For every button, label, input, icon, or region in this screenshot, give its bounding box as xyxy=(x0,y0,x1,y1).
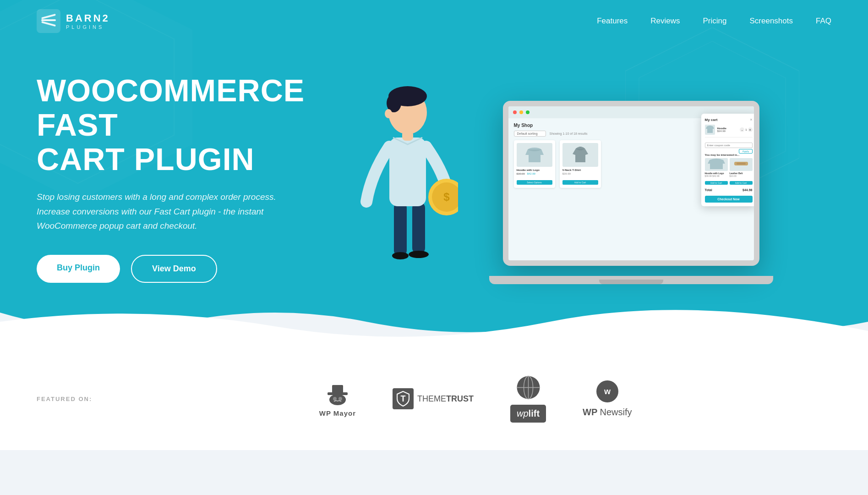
wpnewsify-name: WP Newsify xyxy=(583,407,632,418)
nav-screenshots[interactable]: Screenshots xyxy=(749,16,793,26)
logo[interactable]: BARN2 PLUGINS xyxy=(37,9,110,33)
svg-text:$: $ xyxy=(443,191,450,203)
suggested-img-1 xyxy=(705,158,728,171)
suggested-item-1: Hoodie with Logo $39.99 $42.99 Add to Ca… xyxy=(705,158,728,186)
sort-filter: Default sorting xyxy=(514,131,546,137)
wp-mayor-icon xyxy=(324,380,351,406)
dot-green xyxy=(526,110,530,114)
cart-item-price: $34.99 xyxy=(717,130,738,132)
wpnewsify-circle-icon: w xyxy=(596,380,618,402)
suggested-price-2: $10.00 xyxy=(730,175,753,177)
coupon-area: Apply xyxy=(705,140,753,149)
product-card-1: Hoodie with Logo $39.99 $42.99 Select Op… xyxy=(514,140,555,188)
suggested-items: Hoodie with Logo $39.99 $42.99 Add to Ca… xyxy=(705,158,753,186)
cart-item: Hoodie $34.99 - 1 + xyxy=(705,125,753,138)
cart-popup: My cart × xyxy=(701,114,756,206)
svg-point-25 xyxy=(329,394,346,405)
cart-popup-header: My cart × xyxy=(705,117,753,122)
product-name-2: V-Neck T-Shirt xyxy=(562,169,598,171)
price-2: $39.99 xyxy=(562,172,571,175)
featured-logos: WP Mayor T THEMETRUST xyxy=(120,375,831,423)
hero-buttons: Buy Plugin View Demo xyxy=(37,255,321,283)
svg-point-10 xyxy=(392,252,409,259)
qty-decrease[interactable]: - xyxy=(740,127,744,132)
svg-text:w: w xyxy=(604,387,611,396)
cart-item-info: Hoodie $34.99 xyxy=(717,127,738,132)
product-select-btn-1[interactable]: Select Options xyxy=(517,180,552,185)
wplift-badge: wplift xyxy=(510,405,546,423)
svg-rect-8 xyxy=(394,202,407,257)
laptop-screen: My Shop Default sorting Showing 1-10 of … xyxy=(503,101,759,266)
person-illustration: $ xyxy=(357,46,458,284)
product-img-1 xyxy=(517,143,552,167)
suggested-item-2: Leather Belt $10.00 Add to Cart xyxy=(730,158,753,186)
svg-point-26 xyxy=(333,397,337,401)
you-may-like-label: You may be interested in... xyxy=(705,154,753,156)
wplift-globe-icon xyxy=(516,375,541,400)
qty-increase[interactable]: + xyxy=(748,127,753,132)
laptop-base xyxy=(489,276,773,284)
product-price-2: $39.99 xyxy=(562,172,598,175)
featured-label: FEATURED ON: xyxy=(37,396,92,402)
suggested-add-btn-1[interactable]: Add to Cart xyxy=(705,181,728,185)
main-nav: Features Reviews Pricing Screenshots FAQ xyxy=(597,16,831,26)
buy-plugin-button[interactable]: Buy Plugin xyxy=(37,255,120,283)
theme-text: THEME xyxy=(417,394,446,403)
cart-total-label: Total xyxy=(705,188,712,192)
product-add-btn-2[interactable]: Add to Cart xyxy=(562,180,598,185)
cart-item-quantity: - 1 + xyxy=(740,127,752,132)
price-sale: $42.99 xyxy=(527,172,535,175)
logo-text: BARN2 PLUGINS xyxy=(66,12,110,30)
wp-mayor-logo: WP Mayor xyxy=(319,380,356,417)
coupon-apply-btn[interactable]: Apply xyxy=(739,149,752,154)
svg-point-27 xyxy=(338,397,342,401)
svg-rect-6 xyxy=(41,19,56,21)
laptop-notch xyxy=(599,280,663,284)
hero-title: WOOCOMMERCE FAST CART PLUGIN xyxy=(37,73,321,176)
header: BARN2 PLUGINS Features Reviews Pricing S… xyxy=(0,0,868,42)
coupon-input[interactable] xyxy=(705,143,753,148)
view-demo-button[interactable]: View Demo xyxy=(131,255,217,283)
cart-close-button[interactable]: × xyxy=(750,117,752,122)
cart-total-value: $44.98 xyxy=(742,188,752,192)
suggested-price-1: $39.99 $42.99 xyxy=(705,175,728,177)
brand-name: BARN2 xyxy=(66,12,110,24)
nav-features[interactable]: Features xyxy=(597,16,628,26)
svg-point-19 xyxy=(385,109,392,118)
laptop-mockup: My Shop Default sorting Showing 1-10 of … xyxy=(489,101,773,284)
hero-illustration: $ xyxy=(348,64,831,284)
product-name-1: Hoodie with Logo xyxy=(517,169,552,171)
featured-row: FEATURED ON: WP Mayor xyxy=(37,375,831,423)
nav-pricing[interactable]: Pricing xyxy=(703,16,727,26)
qty-value: 1 xyxy=(745,128,747,131)
cart-popup-title: My cart xyxy=(705,118,718,122)
nav-faq[interactable]: FAQ xyxy=(816,16,831,26)
dot-yellow xyxy=(519,110,523,114)
wpnewsify-logo: w WP Newsify xyxy=(583,380,632,418)
suggested-add-btn-2[interactable]: Add to Cart xyxy=(730,181,753,185)
hero-subtitle: Stop losing customers with a long and co… xyxy=(37,190,284,233)
wp-mayor-name: WP Mayor xyxy=(319,409,356,417)
themetrust-icon: T xyxy=(393,388,414,409)
logo-icon xyxy=(37,9,60,33)
showing-text: Showing 1-10 of 18 results xyxy=(550,132,588,135)
cart-total: Total $44.98 xyxy=(705,188,753,192)
hero-content: WOOCOMMERCE FAST CART PLUGIN Stop losing… xyxy=(0,0,868,339)
featured-section: FEATURED ON: WP Mayor xyxy=(0,338,868,450)
svg-rect-9 xyxy=(412,202,425,254)
trust-text: TRUST xyxy=(446,394,474,403)
checkout-button[interactable]: Checkout Now xyxy=(705,196,753,203)
svg-rect-22 xyxy=(737,163,746,165)
svg-rect-20 xyxy=(402,131,413,141)
themetrust-logo: T THEMETRUST xyxy=(393,388,474,409)
nav-reviews[interactable]: Reviews xyxy=(650,16,680,26)
wplift-logo: wplift xyxy=(510,375,546,423)
cart-item-image xyxy=(705,125,715,135)
brand-tagline: PLUGINS xyxy=(66,24,110,30)
svg-text:T: T xyxy=(401,394,406,403)
product-card-2: V-Neck T-Shirt $39.99 Add to Cart xyxy=(560,140,601,188)
svg-rect-23 xyxy=(332,385,343,393)
hero-left: WOOCOMMERCE FAST CART PLUGIN Stop losing… xyxy=(37,64,321,283)
price-orig: $39.99 xyxy=(517,172,525,175)
dot-red xyxy=(513,110,517,114)
